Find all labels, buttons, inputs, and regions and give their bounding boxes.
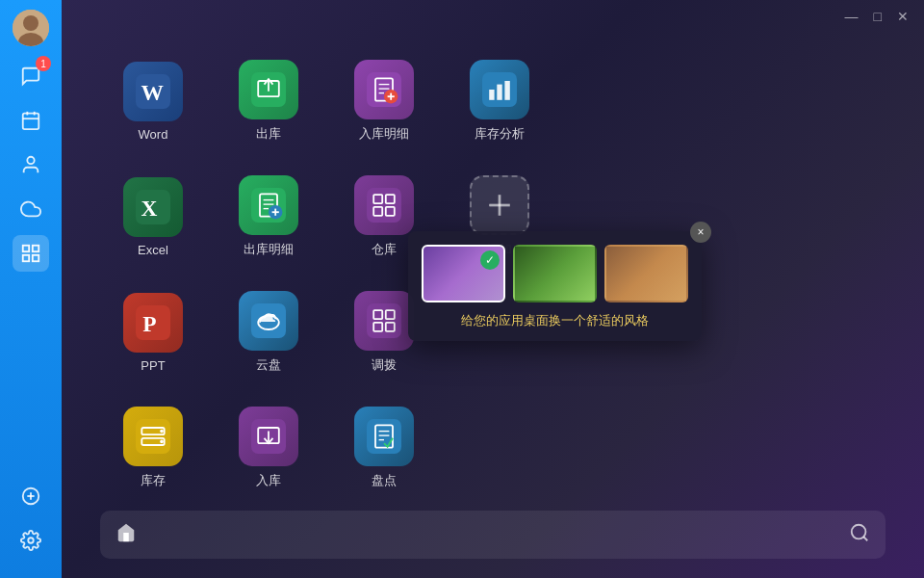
svg-rect-30 [489,90,494,100]
svg-rect-54 [367,303,401,338]
theme-selected-check: ✓ [480,250,500,270]
svg-point-72 [852,524,866,539]
close-button[interactable]: ✕ [897,10,909,23]
theme-popup: × ✓ 给您的应用桌面换一个舒适的风格 [408,231,702,341]
outbound-detail-icon [239,175,298,235]
app-ppt[interactable]: P PPT [100,293,206,373]
svg-text:P: P [142,311,156,336]
app-outbound-detail[interactable]: 出库明细 [216,175,321,258]
tune-label: 调拨 [372,356,397,374]
app-cloud-disk[interactable]: 云盘 [216,291,321,374]
excel-icon: X [123,177,183,237]
svg-text:X: X [141,196,157,221]
home-icon[interactable] [116,522,137,548]
maximize-button[interactable]: □ [874,10,882,23]
sidebar: 1 [0,0,62,578]
app-inbound[interactable]: 入库 [216,407,321,489]
svg-rect-43 [367,188,401,223]
theme-option-green[interactable] [513,245,597,302]
app-excel[interactable]: X Excel [100,177,206,257]
outbound-label: 出库 [256,125,281,143]
svg-rect-9 [33,246,38,251]
message-badge: 1 [36,56,51,71]
theme-option-warm[interactable] [604,245,688,302]
ppt-label: PPT [141,358,165,373]
app-inventory[interactable]: 盘点 [331,407,437,489]
excel-label: Excel [138,243,168,257]
word-label: Word [139,127,168,142]
ppt-icon: P [123,293,183,353]
inventory-label: 盘点 [372,472,397,489]
svg-rect-59 [136,419,170,454]
storage-label: 库存 [141,472,166,489]
theme-option-purple[interactable]: ✓ [422,245,505,302]
stock-analysis-icon [470,60,529,119]
theme-description: 给您的应用桌面换一个舒适的风格 [422,312,688,329]
sidebar-item-calendar[interactable] [13,102,49,139]
svg-text:W: W [141,80,164,105]
svg-rect-31 [497,85,501,100]
svg-rect-67 [367,419,401,454]
app-outbound[interactable]: 出库 [216,60,321,143]
sidebar-bottom [13,478,49,568]
inbound-label: 入库 [256,472,281,489]
warehouse-icon [354,175,414,235]
cloud-disk-label: 云盘 [256,356,281,374]
svg-point-1 [23,15,38,31]
svg-rect-35 [251,188,286,223]
svg-rect-11 [33,255,38,261]
minimize-button[interactable]: — [845,10,859,23]
app-storage[interactable]: 库存 [100,407,206,489]
storage-icon [123,407,183,466]
inbound-detail-label: 入库明细 [359,125,409,143]
svg-line-73 [863,537,867,540]
svg-point-62 [160,430,164,434]
main-content: — □ ✕ W Word 出库 [62,0,924,578]
app-inbound-detail[interactable]: 入库明细 [331,60,437,143]
inbound-icon [239,407,298,466]
word-icon: W [123,62,183,121]
svg-rect-10 [23,255,29,261]
inventory-icon [354,407,414,466]
app-stock-analysis[interactable]: 库存分析 [447,60,552,143]
cloud-disk-icon [239,291,298,351]
sidebar-item-cloud[interactable] [13,191,49,227]
stock-analysis-label: 库存分析 [475,125,525,143]
search-bar [100,511,886,559]
avatar[interactable] [13,10,49,46]
sidebar-item-messages[interactable]: 1 [13,58,49,94]
sidebar-item-add[interactable] [13,478,49,514]
add-app-icon [470,175,529,235]
svg-point-7 [27,157,34,164]
outbound-icon [239,60,298,119]
tune-icon [354,291,414,351]
sidebar-item-apps[interactable] [13,235,49,272]
theme-popup-close-button[interactable]: × [690,222,711,243]
svg-rect-8 [23,246,29,251]
search-button[interactable] [849,522,870,548]
outbound-detail-label: 出库明细 [244,241,294,258]
theme-thumbnails: ✓ [422,245,688,302]
window-controls: — □ ✕ [845,10,909,23]
sidebar-item-settings[interactable] [13,522,49,559]
svg-point-15 [28,538,34,543]
svg-rect-32 [504,81,509,100]
svg-point-63 [160,440,164,444]
inbound-detail-icon [354,60,414,119]
app-word[interactable]: W Word [100,62,206,142]
sidebar-item-contacts[interactable] [13,146,49,183]
svg-rect-3 [23,114,39,130]
warehouse-label: 仓库 [372,241,397,258]
